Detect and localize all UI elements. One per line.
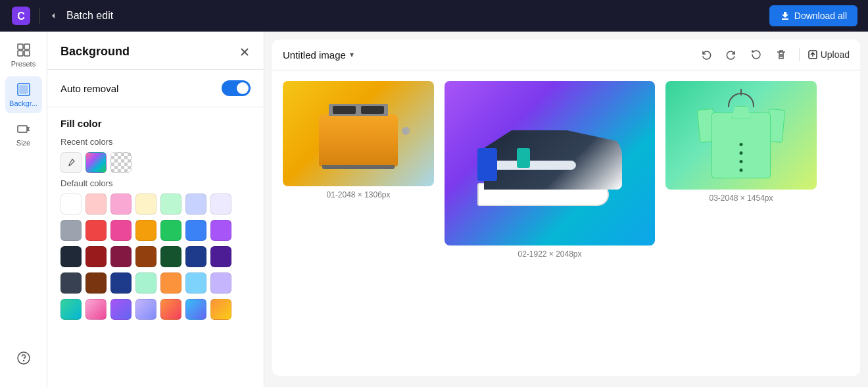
color-light-purple[interactable] [210,194,231,215]
color-amber[interactable] [135,220,157,241]
close-icon [239,46,251,58]
color-grad-pink[interactable] [85,299,107,320]
undo-icon [700,49,712,61]
sidebar-item-size[interactable]: Size [5,116,42,153]
color-sky[interactable] [185,272,206,294]
fill-color-section: Fill color Recent colors Default colors [47,107,264,336]
eyedropper-swatch[interactable] [60,152,82,173]
image-box-03[interactable] [665,81,817,190]
color-light-green[interactable] [160,194,181,215]
default-colors-row-5 [60,299,251,320]
color-pink[interactable] [110,220,132,241]
color-grad-coral[interactable] [160,299,181,320]
undo-button[interactable] [696,46,716,63]
auto-removal-row: Auto removal [60,80,251,96]
icon-sidebar: Presets Backgr... Size [0,32,47,387]
image-title-row: Untitled image ▾ [283,49,354,61]
color-dark-gray[interactable] [60,246,82,267]
color-dark-red[interactable] [85,246,107,267]
color-grad-teal[interactable] [60,299,82,320]
image-box-02[interactable] [445,81,655,245]
svg-rect-2 [18,44,23,49]
main-layout: Presets Backgr... Size Back [0,32,868,387]
toolbar-actions: Upload [696,46,850,63]
color-light-yellow[interactable] [135,194,157,215]
upload-button[interactable]: Upload [808,49,850,60]
background-icon [16,82,31,97]
color-grad-orange[interactable] [210,299,231,320]
help-icon [16,351,31,365]
download-all-button[interactable]: Download all [769,5,857,26]
color-mint[interactable] [135,272,157,294]
auto-removal-toggle[interactable] [222,80,251,96]
svg-text:C: C [17,11,25,22]
redo-icon [725,49,737,61]
color-dark-pink[interactable] [110,246,132,267]
color-grad-blue[interactable] [185,299,206,320]
color-navy[interactable] [110,272,132,294]
presets-icon [16,43,31,57]
content-area: Untitled image ▾ [264,32,868,387]
color-dark-blue[interactable] [185,246,206,267]
color-orange[interactable] [160,272,181,294]
panel-close-button[interactable] [239,46,251,58]
chevron-down-icon[interactable]: ▾ [350,50,354,59]
delete-button[interactable] [771,46,791,63]
recent-colors-label: Recent colors [60,137,251,147]
logo[interactable]: C [11,5,32,26]
color-green[interactable] [160,220,181,241]
svg-rect-5 [24,51,30,56]
header-divider [39,8,40,24]
svg-point-9 [18,352,30,364]
color-white[interactable] [60,194,82,215]
svg-rect-8 [18,126,27,132]
image-container-03: 03-2048 × 1454px [665,81,817,203]
color-blue[interactable] [185,220,206,241]
fill-color-title: Fill color [60,118,251,129]
page-title: Batch edit [66,10,761,22]
eyedropper-icon [66,158,76,167]
sidebar-item-background[interactable]: Backgr... [5,76,42,113]
color-dark-purple[interactable] [210,246,231,267]
color-light-blue[interactable] [185,194,206,215]
transparent-swatch[interactable] [110,152,132,173]
sidebar-item-presets[interactable]: Presets [5,37,42,74]
color-grad-purple[interactable] [110,299,132,320]
download-icon [780,11,790,21]
color-grad-lavender[interactable] [135,299,157,320]
redo-button[interactable] [721,46,741,63]
panel-title: Background [60,45,130,59]
toolbar-divider [799,48,800,61]
default-colors-row-2 [60,220,251,241]
color-brown[interactable] [85,272,107,294]
sidebar-item-help[interactable] [5,340,42,376]
color-dark-amber[interactable] [135,246,157,267]
color-purple[interactable] [210,220,231,241]
color-charcoal[interactable] [60,272,82,294]
color-violet[interactable] [210,272,231,294]
image-label-03: 03-2048 × 1454px [709,194,773,203]
color-dark-green[interactable] [160,246,181,267]
images-grid: 01-2048 × 1306px 02-1922 × 2048px [272,70,860,376]
default-colors-row-1 [60,194,251,215]
gradient-swatch[interactable] [85,152,107,173]
panel-header: Background [47,32,264,70]
recent-colors-row [60,152,251,173]
svg-rect-4 [18,51,23,56]
image-box-01[interactable] [283,81,434,186]
svg-rect-3 [24,44,30,49]
background-panel: Background Auto removal Fill color Recen… [47,32,264,387]
upload-icon [808,49,818,60]
default-colors-label: Default colors [60,178,251,188]
image-container-01: 01-2048 × 1306px [283,81,434,199]
back-button[interactable] [48,11,59,21]
color-gray[interactable] [60,220,82,241]
header: C Batch edit Download all [0,0,868,32]
color-red[interactable] [85,220,107,241]
svg-point-10 [23,361,24,361]
image-title: Untitled image [283,49,346,61]
refresh-icon [750,49,762,61]
color-light-pink[interactable] [110,194,132,215]
color-light-red[interactable] [85,194,107,215]
refresh-button[interactable] [746,46,766,63]
